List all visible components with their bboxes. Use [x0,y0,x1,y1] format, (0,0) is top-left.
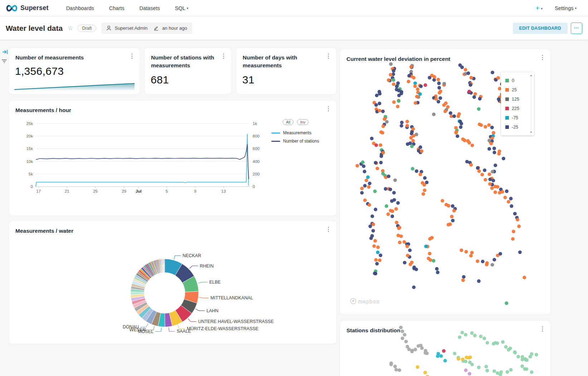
filter-icon[interactable] [1,59,7,65]
legend-item[interactable]: -25 [505,122,531,132]
map-dot [378,109,381,112]
map-dot [462,275,466,279]
map-dot [492,131,495,135]
kpi-title: Number of stations with measurements [151,54,217,70]
legend-inv-button[interactable]: Inv [297,119,309,125]
nav-dashboards[interactable]: Dashboards [66,5,94,11]
chart-title: Measurements / water [15,227,73,235]
favorite-star-icon[interactable]: ☆ [68,24,73,32]
map-dot [374,208,377,211]
label-leader-line [198,282,208,283]
map-dot [384,187,387,191]
map-dot [496,185,499,189]
map-dot [513,212,517,216]
map-dot [516,218,519,221]
y-right-tick: 1k [253,121,257,126]
map-dot [374,144,378,147]
legend-item[interactable]: 125 [505,95,531,104]
superset-logo[interactable]: Superset [6,4,49,12]
kebab-menu-icon[interactable]: ⋮ [325,106,331,112]
map-dot [511,237,515,241]
map-dot [396,81,400,85]
map-dot [501,190,504,194]
map-dot [467,72,470,75]
map-dot [429,258,432,262]
map-dot [464,333,467,337]
map-dot [464,360,467,363]
mapbox-icon [350,298,356,304]
map-dot [432,112,436,116]
map-dot [461,278,465,282]
map-dot [480,124,483,127]
nav-datasets[interactable]: Datasets [140,5,160,11]
map-dot [472,95,476,99]
map-dot [392,69,395,73]
map-dot [405,120,409,124]
map-legend: 0 25 125 225 -75 -25 ▲ ▼ [501,72,534,135]
map-dot [487,123,491,127]
map-dot [397,94,401,97]
nav-sql[interactable]: SQL▾ [175,5,189,11]
map-dot [492,179,495,182]
x-tick-label: 17 [36,189,41,193]
x-tick-label: 29 [122,189,126,193]
owner-name: Superset Admin [115,25,147,31]
legend-item-stations[interactable]: Number of stations [271,139,319,144]
stations-canvas[interactable] [340,321,550,376]
kebab-menu-icon[interactable]: ⋮ [129,53,135,59]
legend-item[interactable]: 25 [505,85,531,95]
map-dot [369,225,372,228]
map-dot [525,367,528,371]
new-item-button[interactable]: +▾ [535,4,543,12]
scroll-up-icon[interactable]: ▲ [530,74,533,77]
map-dot [469,254,473,257]
legend-label: -25 [512,125,518,130]
map-dot [499,252,502,256]
nav-charts[interactable]: Charts [109,5,125,11]
map-dot [451,204,455,208]
map-dot [373,239,377,243]
more-options-button[interactable]: ··· [571,23,582,34]
kpi-title: Number of days with measurements [243,54,309,70]
settings-menu[interactable]: Settings▾ [555,5,577,11]
map-dot [530,370,534,374]
kebab-menu-icon[interactable]: ⋮ [325,53,331,59]
map-dot [396,201,400,205]
legend-item[interactable]: 225 [505,104,531,113]
map-dot [461,331,464,334]
map-dot [366,175,370,179]
kebab-menu-icon[interactable]: ⋮ [220,53,227,59]
edit-dashboard-button[interactable]: EDIT DASHBOARD [513,23,568,34]
map-dot [392,100,396,104]
scroll-down-icon[interactable]: ▼ [530,131,533,134]
map-dot [444,203,448,207]
legend-item[interactable]: 0 [505,76,531,85]
map-dot [470,76,473,79]
expand-filter-bar-icon[interactable] [2,49,8,56]
map-dot [507,200,510,203]
map-dot [490,126,494,129]
map-dot [464,68,467,72]
legend-scrollbar[interactable]: ▲ ▼ [529,74,533,134]
map-dot [361,160,365,164]
mapbox-attribution[interactable]: mapbox [350,298,380,304]
map-dot [492,258,496,261]
legend-item-measurements[interactable]: Measurements [271,130,319,135]
map-dot [373,189,377,193]
map-dot [394,368,398,371]
chevron-down-icon: ▾ [575,6,577,10]
y-right-tick: 0 [253,184,255,189]
legend-all-button[interactable]: All [283,119,293,125]
map-dot [478,97,482,101]
map-dot [400,124,403,127]
x-tick-label: 21 [65,189,69,193]
map-dot [355,164,359,168]
legend-item[interactable]: -75 [505,113,531,122]
kebab-menu-icon[interactable]: ⋮ [325,226,331,232]
map-dot [374,161,378,164]
label-leader-line [188,319,196,322]
y-right-tick: 600 [253,146,259,151]
map-dot [443,110,447,113]
map-dot [490,186,494,190]
map-dot [510,204,513,208]
